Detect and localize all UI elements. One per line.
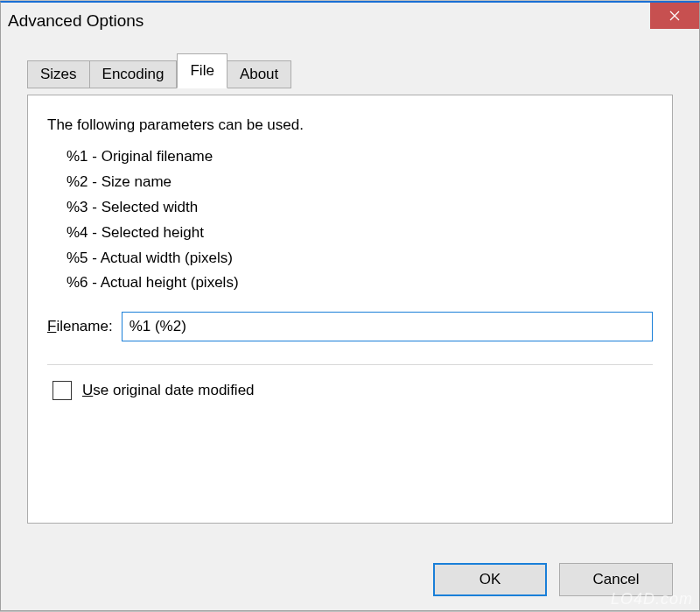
param-item: %2 - Size name (66, 170, 653, 195)
tab-panel-file: The following parameters can be used. %1… (27, 95, 673, 524)
param-item: %4 - Selected height (66, 221, 653, 246)
param-item: %3 - Selected width (66, 195, 653, 221)
window-title: Advanced Options (8, 11, 144, 31)
use-original-date-checkbox[interactable] (52, 381, 72, 400)
param-item: %1 - Original filename (66, 144, 653, 170)
param-item: %5 - Actual width (pixels) (66, 246, 653, 271)
titlebar: Advanced Options (1, 3, 699, 39)
cancel-button[interactable]: Cancel (559, 563, 673, 596)
filename-row: Filename: (47, 312, 653, 341)
filename-label: Filename: (47, 318, 113, 335)
filename-input[interactable] (122, 312, 653, 341)
param-item: %6 - Actual height (pixels) (66, 271, 653, 296)
tab-bar: Sizes Encoding File About (27, 60, 699, 88)
close-icon (669, 11, 680, 21)
tab-sizes[interactable]: Sizes (27, 60, 90, 88)
parameter-list: %1 - Original filename %2 - Size name %3… (66, 144, 653, 296)
close-button[interactable] (650, 3, 699, 29)
intro-text: The following parameters can be used. (47, 116, 653, 134)
dialog-buttons: OK Cancel (433, 563, 673, 596)
tab-file[interactable]: File (177, 53, 227, 88)
dialog-window: Advanced Options Sizes Encoding File Abo… (0, 1, 700, 611)
tab-about[interactable]: About (228, 60, 291, 88)
tab-encoding[interactable]: Encoding (90, 60, 178, 88)
use-original-date-label: Use original date modified (82, 382, 255, 399)
ok-button[interactable]: OK (433, 563, 547, 596)
divider (47, 364, 653, 365)
use-original-date-row: Use original date modified (52, 381, 653, 400)
